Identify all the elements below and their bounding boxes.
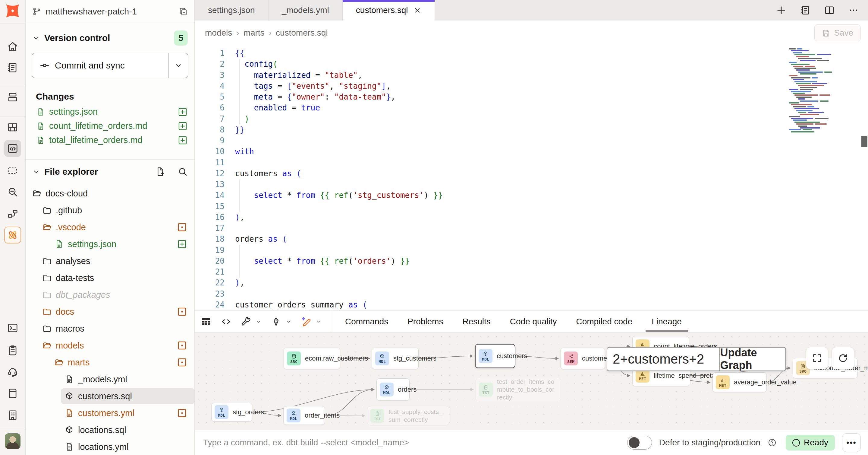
code-view-icon[interactable]	[221, 316, 231, 327]
save-button[interactable]: Save	[814, 24, 861, 41]
build-tools-icon[interactable]	[241, 316, 251, 327]
search-icon[interactable]	[178, 167, 188, 177]
changelog-panel-icon[interactable]	[800, 5, 811, 16]
panel-tab-results[interactable]: Results	[462, 311, 490, 332]
lineage-node-stg_customers[interactable]: MDL stg_customers	[372, 348, 418, 369]
tree-item-settings.json[interactable]: settings.json	[26, 236, 194, 253]
status-more-button[interactable]: •••	[842, 433, 861, 452]
added-plus-icon[interactable]	[178, 107, 188, 117]
code-editor[interactable]: 1{{2 config(3 materialized = "table",4 t…	[195, 45, 868, 311]
lineage-node-average_order_value[interactable]: MET average_order_value	[712, 372, 767, 392]
lineage-node-test_supply_costs[interactable]: TST test_supply_costs_sum_correctly	[367, 406, 449, 425]
rail-item-jobs[interactable]	[4, 89, 21, 106]
tree-item-_models.yml[interactable]: _models.yml	[26, 371, 194, 388]
tree-item-locations.yml[interactable]: locations.yml	[26, 438, 194, 455]
ide-status-badge[interactable]: Ready	[786, 435, 835, 451]
tree-item-.github[interactable]: .github	[26, 202, 194, 219]
tree-item-data-tests[interactable]: data-tests	[26, 269, 194, 286]
format-icon[interactable]	[271, 316, 281, 327]
update-graph-button[interactable]: Update Graph	[720, 348, 785, 371]
rail-item-integrations[interactable]	[4, 205, 21, 222]
rail-item-home[interactable]	[4, 38, 21, 55]
git-branch-row[interactable]: matthewshaver-patch-1	[26, 0, 194, 23]
minimap[interactable]	[789, 48, 834, 133]
panel-tab-commands[interactable]: Commands	[345, 311, 388, 332]
tree-item-dbt_packages[interactable]: dbt_packages	[26, 286, 194, 303]
tree-item-docs-cloud[interactable]: docs-cloud	[26, 185, 194, 202]
lineage-node-test_order_items[interactable]: TST test_order_items_compute_to_bools_co…	[475, 378, 561, 401]
file-icon	[65, 442, 74, 451]
node-label: orders	[398, 386, 416, 394]
changed-file-settings.json[interactable]: settings.json	[26, 105, 194, 119]
lineage-canvas[interactable]: SRC ecom.raw_customers MDL stg_customers…	[195, 333, 868, 430]
tree-item-marts[interactable]: marts	[26, 354, 194, 371]
lineage-selector-input[interactable]	[607, 348, 719, 371]
changed-file-total_lifetime_orders.md[interactable]: total_lifetime_orders.md	[26, 133, 194, 147]
refresh-graph-button[interactable]	[832, 347, 854, 369]
fullscreen-button[interactable]	[806, 347, 828, 369]
rail-item-catalog[interactable]	[4, 59, 21, 76]
rail-item-support[interactable]	[4, 363, 21, 380]
rail-item-environments[interactable]	[4, 119, 21, 136]
close-tab-icon[interactable]	[413, 6, 421, 14]
rail-item-editor[interactable]	[4, 140, 21, 157]
rail-item-terminal[interactable]	[4, 319, 21, 336]
tree-item-macros[interactable]: macros	[26, 320, 194, 337]
chevron-down-icon[interactable]	[286, 319, 292, 325]
defer-toggle[interactable]	[627, 436, 652, 450]
split-editor-icon[interactable]	[824, 5, 835, 16]
rail-item-explore[interactable]	[4, 183, 21, 200]
version-control-header[interactable]: Version control 5	[26, 30, 194, 46]
commit-and-sync-main[interactable]: Commit and sync	[32, 53, 168, 78]
added-plus-icon[interactable]	[178, 135, 188, 145]
lineage-node-stg_orders[interactable]: MDL stg_orders	[211, 403, 252, 422]
breadcrumb-part[interactable]: marts	[244, 28, 265, 38]
more-options-icon[interactable]	[848, 5, 859, 16]
results-table-icon[interactable]	[201, 316, 212, 327]
editor-scrollbar[interactable]	[861, 136, 867, 147]
tree-item-.vscode[interactable]: .vscode	[26, 219, 194, 236]
code-line-24: 24customer_orders_summary as (	[195, 299, 767, 310]
added-plus-icon[interactable]	[178, 121, 188, 131]
copilot-fix-icon[interactable]	[301, 316, 312, 327]
lineage-node-orders[interactable]: MDL orders	[376, 378, 410, 401]
tree-item-customers.sql[interactable]: customers.sql	[26, 388, 194, 405]
editor-tab-customers.sql[interactable]: customers.sql	[343, 0, 435, 21]
new-tab-icon[interactable]	[776, 5, 786, 16]
panel-tab-problems[interactable]: Problems	[407, 311, 443, 332]
tree-item-analyses[interactable]: analyses	[26, 253, 194, 269]
command-input[interactable]	[203, 437, 564, 448]
panel-tab-compiled-code[interactable]: Compiled code	[576, 311, 632, 332]
help-icon[interactable]	[768, 438, 777, 447]
breadcrumb-part[interactable]: customers.sql	[276, 28, 328, 38]
breadcrumb-part[interactable]: models	[205, 28, 232, 38]
chevron-down-icon[interactable]	[316, 319, 322, 325]
lineage-node-order_items[interactable]: MDL order_items	[283, 406, 325, 425]
rail-item-canvas[interactable]	[4, 162, 21, 179]
file-explorer-header[interactable]: File explorer	[26, 160, 194, 184]
tree-item-locations.sql[interactable]: locations.sql	[26, 422, 194, 438]
panel-tab-code-quality[interactable]: Code quality	[510, 311, 557, 332]
tree-item-docs[interactable]: docs	[26, 303, 194, 320]
lineage-node-customers_mdl[interactable]: MDL customers	[475, 344, 516, 368]
copy-branch-icon[interactable]	[179, 7, 188, 16]
changed-file-count_lifetime_orders.md[interactable]: count_lifetime_orders.md	[26, 119, 194, 133]
user-avatar[interactable]	[5, 433, 21, 449]
panel-tab-lineage[interactable]: Lineage	[652, 311, 682, 332]
rail-item-copilot[interactable]	[4, 227, 21, 244]
tree-item-customers.yml[interactable]: customers.yml	[26, 405, 194, 422]
commit-and-sync-button[interactable]: Commit and sync	[32, 53, 188, 78]
chevron-down-icon[interactable]	[255, 319, 261, 325]
commit-options-caret[interactable]	[168, 53, 188, 78]
new-file-icon[interactable]	[155, 167, 165, 177]
tree-item-label: settings.json	[68, 239, 116, 249]
lineage-node-ecom.raw_customers[interactable]: SRC ecom.raw_customers	[284, 348, 340, 369]
tree-item-models[interactable]: models	[26, 337, 194, 354]
lineage-node-customers_sem[interactable]: SEM customers	[561, 348, 605, 369]
editor-tab-settings.json[interactable]: settings.json	[195, 0, 269, 21]
editor-tab-_models.yml[interactable]: _models.yml	[269, 0, 343, 21]
rail-item-docs[interactable]	[4, 385, 21, 402]
rail-item-tasks[interactable]	[4, 342, 21, 359]
dbt-logo-icon[interactable]	[5, 3, 21, 19]
rail-item-organization[interactable]	[4, 407, 21, 424]
